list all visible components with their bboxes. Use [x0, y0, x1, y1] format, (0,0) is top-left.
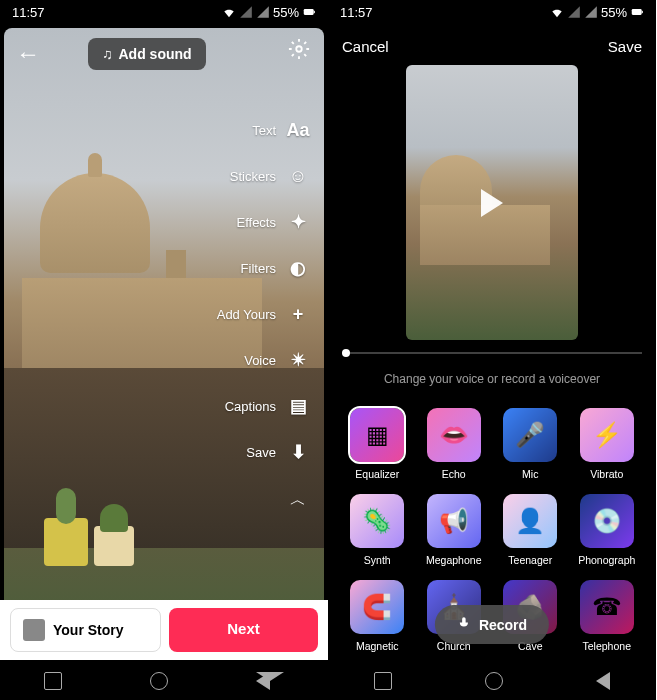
filters-icon: ◐ — [286, 256, 310, 280]
wifi-icon — [550, 5, 564, 19]
phonograph-tile-icon: 💿 — [580, 494, 634, 548]
voice-label: Equalizer — [355, 468, 399, 480]
vibrato-tile-icon: ⚡ — [580, 408, 634, 462]
tool-save[interactable]: Save⬇ — [217, 440, 310, 464]
battery-level: 55% — [601, 5, 627, 20]
nav-home[interactable] — [150, 672, 168, 690]
voice-label: Phonograph — [578, 554, 635, 566]
your-story-label: Your Story — [53, 622, 124, 638]
record-label: Record — [479, 617, 527, 633]
tool-label: Add Yours — [217, 307, 276, 322]
tool-label: Effects — [236, 215, 276, 230]
scrubber-track[interactable] — [342, 352, 642, 354]
wifi-icon — [222, 5, 236, 19]
svg-rect-0 — [304, 9, 314, 15]
voice-label: Mic — [522, 468, 538, 480]
voice-effect-magnetic[interactable]: 🧲Magnetic — [342, 580, 413, 652]
nav-home[interactable] — [485, 672, 503, 690]
status-right: 55% — [550, 5, 644, 20]
collapse-chevron[interactable]: ︿ — [217, 490, 310, 511]
your-story-button[interactable]: Your Story — [10, 608, 161, 652]
bottom-actions: Your Story Next — [0, 600, 328, 660]
tool-label: Stickers — [230, 169, 276, 184]
status-bar: 11:57 55% — [0, 0, 328, 24]
tool-filters[interactable]: Filters◐ — [217, 256, 310, 280]
save-icon: ⬇ — [286, 440, 310, 464]
megaphone-tile-icon: 📢 — [427, 494, 481, 548]
tool-label: Save — [246, 445, 276, 460]
cancel-button[interactable]: Cancel — [342, 38, 389, 55]
nav-recents[interactable] — [374, 672, 392, 690]
mic-tile-icon: 🎤 — [503, 408, 557, 462]
add-sound-button[interactable]: ♫ Add sound — [88, 38, 206, 70]
tool-label: Filters — [241, 261, 276, 276]
signal-icon-2 — [256, 5, 270, 19]
voice-effect-synth[interactable]: 🦠Synth — [342, 494, 413, 566]
add-sound-label: Add sound — [119, 46, 192, 62]
voice-label: Echo — [442, 468, 466, 480]
status-right: 55% — [222, 5, 316, 20]
echo-tile-icon: 👄 — [427, 408, 481, 462]
editor-tools: TextAaStickers☺Effects✦Filters◐Add Yours… — [217, 118, 310, 511]
nav-back[interactable] — [596, 672, 610, 690]
status-time: 11:57 — [340, 5, 373, 20]
voice-effect-equalizer[interactable]: ▦Equalizer — [342, 408, 413, 480]
equalizer-tile-icon: ▦ — [350, 408, 404, 462]
battery-icon — [630, 5, 644, 19]
editor-screen: 11:57 55% ← ♫ Add sound TextAaStickers☺E… — [0, 0, 328, 700]
voice-label: Teenager — [508, 554, 552, 566]
status-bar: 11:57 55% — [328, 0, 656, 24]
voice-effect-vibrato[interactable]: ⚡Vibrato — [572, 408, 643, 480]
voice-label: Telephone — [583, 640, 631, 652]
tool-text[interactable]: TextAa — [217, 118, 310, 142]
status-time: 11:57 — [12, 5, 45, 20]
voice-label: Synth — [364, 554, 391, 566]
voice-label: Megaphone — [426, 554, 481, 566]
signal-icon — [567, 5, 581, 19]
android-nav-bar — [0, 662, 328, 700]
voice-header: Cancel Save — [328, 28, 656, 65]
svg-rect-4 — [642, 11, 643, 13]
record-button[interactable]: Record — [435, 605, 549, 644]
add-yours-icon: + — [286, 302, 310, 326]
nav-recents[interactable] — [44, 672, 62, 690]
save-button[interactable]: Save — [608, 38, 642, 55]
voice-label: Vibrato — [590, 468, 623, 480]
music-note-icon: ♫ — [102, 46, 113, 62]
back-button[interactable]: ← — [16, 40, 40, 68]
tool-stickers[interactable]: Stickers☺ — [217, 164, 310, 188]
synth-tile-icon: 🦠 — [350, 494, 404, 548]
signal-icon-2 — [584, 5, 598, 19]
play-icon — [481, 189, 503, 217]
signal-icon — [239, 5, 253, 19]
svg-rect-3 — [632, 9, 642, 15]
effects-icon: ✦ — [286, 210, 310, 234]
scrubber-handle[interactable] — [342, 349, 350, 357]
tool-captions[interactable]: Captions▤ — [217, 394, 310, 418]
voice-effect-phonograph[interactable]: 💿Phonograph — [572, 494, 643, 566]
tool-label: Voice — [244, 353, 276, 368]
tool-effects[interactable]: Effects✦ — [217, 210, 310, 234]
video-thumbnail[interactable] — [406, 65, 578, 340]
captions-icon: ▤ — [286, 394, 310, 418]
voice-effect-teenager[interactable]: 👤Teenager — [495, 494, 566, 566]
voice-effect-mic[interactable]: 🎤Mic — [495, 408, 566, 480]
voice-hint: Change your voice or record a voiceover — [328, 372, 656, 386]
tool-add-yours[interactable]: Add Yours+ — [217, 302, 310, 326]
editor-top-bar: ← ♫ Add sound — [4, 38, 324, 70]
android-nav-bar — [328, 662, 656, 700]
next-button[interactable]: Next — [169, 608, 318, 652]
mic-icon — [457, 616, 471, 633]
teenager-tile-icon: 👤 — [503, 494, 557, 548]
telephone-tile-icon: ☎ — [580, 580, 634, 634]
voice-effect-megaphone[interactable]: 📢Megaphone — [419, 494, 490, 566]
tool-voice[interactable]: Voice✴ — [217, 348, 310, 372]
nav-back[interactable] — [256, 672, 284, 690]
svg-rect-1 — [314, 11, 315, 13]
voice-effect-telephone[interactable]: ☎Telephone — [572, 580, 643, 652]
voice-effect-echo[interactable]: 👄Echo — [419, 408, 490, 480]
video-preview: ← ♫ Add sound TextAaStickers☺Effects✦Fil… — [4, 28, 324, 636]
tool-label: Text — [252, 123, 276, 138]
text-icon: Aa — [286, 118, 310, 142]
tool-label: Captions — [225, 399, 276, 414]
